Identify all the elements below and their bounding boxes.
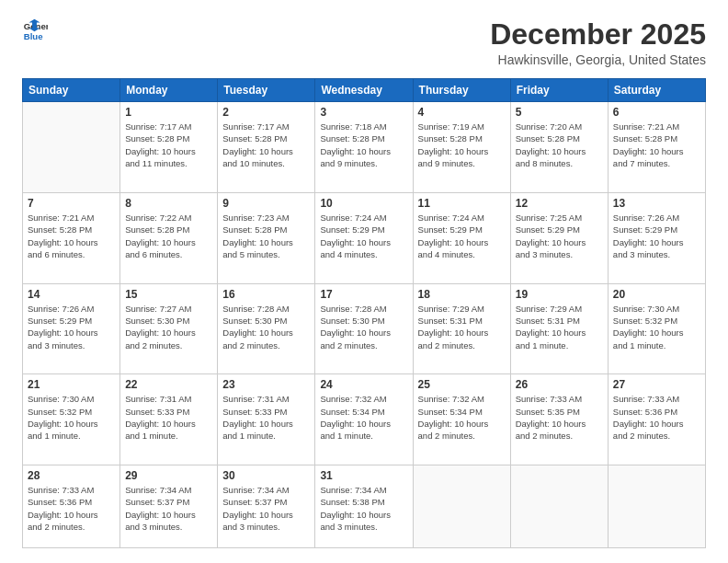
day-number: 25 [418,378,506,391]
day-number: 26 [516,378,603,391]
day-info: Sunrise: 7:22 AM Sunset: 5:28 PM Dayligh… [125,212,212,260]
svg-text:Blue: Blue [24,31,43,41]
day-number: 20 [613,288,700,301]
table-row: 10Sunrise: 7:24 AM Sunset: 5:29 PM Dayli… [315,192,413,283]
table-row: 8Sunrise: 7:22 AM Sunset: 5:28 PM Daylig… [120,192,218,283]
day-info: Sunrise: 7:24 AM Sunset: 5:29 PM Dayligh… [320,212,407,260]
table-row: 2Sunrise: 7:17 AM Sunset: 5:28 PM Daylig… [218,102,315,193]
table-row: 1Sunrise: 7:17 AM Sunset: 5:28 PM Daylig… [120,102,218,193]
day-info: Sunrise: 7:31 AM Sunset: 5:33 PM Dayligh… [222,393,310,442]
day-info: Sunrise: 7:21 AM Sunset: 5:28 PM Dayligh… [613,121,700,169]
calendar-header-row: Sunday Monday Tuesday Wednesday Thursday… [23,79,706,102]
table-row: 23Sunrise: 7:31 AM Sunset: 5:33 PM Dayli… [218,374,315,465]
day-info: Sunrise: 7:25 AM Sunset: 5:29 PM Dayligh… [516,212,603,260]
header: General Blue December 2025 Hawkinsville,… [22,18,706,67]
day-number: 11 [418,197,506,210]
day-info: Sunrise: 7:24 AM Sunset: 5:29 PM Dayligh… [418,212,506,260]
col-tuesday: Tuesday [218,79,315,102]
table-row: 21Sunrise: 7:30 AM Sunset: 5:32 PM Dayli… [23,374,120,465]
col-thursday: Thursday [413,79,510,102]
day-info: Sunrise: 7:18 AM Sunset: 5:28 PM Dayligh… [320,121,407,169]
table-row: 26Sunrise: 7:33 AM Sunset: 5:35 PM Dayli… [510,374,608,465]
title-section: December 2025 Hawkinsville, Georgia, Uni… [490,18,706,67]
day-number: 23 [222,378,310,391]
table-row [608,465,705,548]
day-number: 6 [613,106,700,119]
day-info: Sunrise: 7:26 AM Sunset: 5:29 PM Dayligh… [28,303,115,351]
day-number: 15 [125,288,212,301]
logo-icon: General Blue [22,18,48,44]
table-row: 3Sunrise: 7:18 AM Sunset: 5:28 PM Daylig… [315,102,413,193]
table-row: 22Sunrise: 7:31 AM Sunset: 5:33 PM Dayli… [120,374,218,465]
day-number: 24 [320,378,407,391]
day-number: 1 [125,106,212,119]
page: General Blue December 2025 Hawkinsville,… [0,0,728,563]
table-row: 17Sunrise: 7:28 AM Sunset: 5:30 PM Dayli… [315,283,413,374]
table-row: 16Sunrise: 7:28 AM Sunset: 5:30 PM Dayli… [218,283,315,374]
day-number: 16 [222,288,310,301]
day-number: 19 [516,288,603,301]
day-info: Sunrise: 7:34 AM Sunset: 5:37 PM Dayligh… [125,484,212,533]
table-row: 29Sunrise: 7:34 AM Sunset: 5:37 PM Dayli… [120,465,218,548]
day-number: 27 [613,378,700,391]
day-info: Sunrise: 7:30 AM Sunset: 5:32 PM Dayligh… [613,303,700,351]
table-row: 27Sunrise: 7:33 AM Sunset: 5:36 PM Dayli… [608,374,705,465]
day-info: Sunrise: 7:21 AM Sunset: 5:28 PM Dayligh… [28,212,115,260]
day-info: Sunrise: 7:29 AM Sunset: 5:31 PM Dayligh… [418,303,506,351]
day-info: Sunrise: 7:32 AM Sunset: 5:34 PM Dayligh… [320,393,407,442]
day-number: 10 [320,197,407,210]
table-row: 19Sunrise: 7:29 AM Sunset: 5:31 PM Dayli… [510,283,608,374]
location-title: Hawkinsville, Georgia, United States [490,52,706,67]
day-info: Sunrise: 7:29 AM Sunset: 5:31 PM Dayligh… [516,303,603,351]
day-info: Sunrise: 7:33 AM Sunset: 5:35 PM Dayligh… [516,393,603,442]
day-number: 7 [28,197,115,210]
table-row [23,102,120,193]
day-number: 31 [320,469,407,482]
day-number: 17 [320,288,407,301]
table-row: 30Sunrise: 7:34 AM Sunset: 5:37 PM Dayli… [218,465,315,548]
day-number: 8 [125,197,212,210]
table-row: 20Sunrise: 7:30 AM Sunset: 5:32 PM Dayli… [608,283,705,374]
day-info: Sunrise: 7:27 AM Sunset: 5:30 PM Dayligh… [125,303,212,351]
logo: General Blue [22,18,48,44]
table-row: 12Sunrise: 7:25 AM Sunset: 5:29 PM Dayli… [510,192,608,283]
day-info: Sunrise: 7:28 AM Sunset: 5:30 PM Dayligh… [320,303,407,351]
day-info: Sunrise: 7:19 AM Sunset: 5:28 PM Dayligh… [418,121,506,169]
day-info: Sunrise: 7:33 AM Sunset: 5:36 PM Dayligh… [28,484,115,533]
table-row [413,465,510,548]
day-number: 5 [516,106,603,119]
day-number: 9 [222,197,310,210]
day-number: 4 [418,106,506,119]
table-row: 13Sunrise: 7:26 AM Sunset: 5:29 PM Dayli… [608,192,705,283]
day-info: Sunrise: 7:17 AM Sunset: 5:28 PM Dayligh… [125,121,212,169]
day-info: Sunrise: 7:23 AM Sunset: 5:28 PM Dayligh… [222,212,310,260]
day-info: Sunrise: 7:33 AM Sunset: 5:36 PM Dayligh… [613,393,700,442]
table-row: 25Sunrise: 7:32 AM Sunset: 5:34 PM Dayli… [413,374,510,465]
table-row: 14Sunrise: 7:26 AM Sunset: 5:29 PM Dayli… [23,283,120,374]
table-row: 4Sunrise: 7:19 AM Sunset: 5:28 PM Daylig… [413,102,510,193]
day-number: 22 [125,378,212,391]
table-row: 11Sunrise: 7:24 AM Sunset: 5:29 PM Dayli… [413,192,510,283]
calendar: Sunday Monday Tuesday Wednesday Thursday… [22,78,706,548]
table-row: 24Sunrise: 7:32 AM Sunset: 5:34 PM Dayli… [315,374,413,465]
table-row: 5Sunrise: 7:20 AM Sunset: 5:28 PM Daylig… [510,102,608,193]
day-info: Sunrise: 7:34 AM Sunset: 5:37 PM Dayligh… [222,484,310,533]
col-monday: Monday [120,79,218,102]
col-saturday: Saturday [608,79,705,102]
day-number: 30 [222,469,310,482]
day-number: 12 [516,197,603,210]
table-row: 6Sunrise: 7:21 AM Sunset: 5:28 PM Daylig… [608,102,705,193]
day-info: Sunrise: 7:31 AM Sunset: 5:33 PM Dayligh… [125,393,212,442]
col-wednesday: Wednesday [315,79,413,102]
day-info: Sunrise: 7:30 AM Sunset: 5:32 PM Dayligh… [28,393,115,442]
table-row: 28Sunrise: 7:33 AM Sunset: 5:36 PM Dayli… [23,465,120,548]
table-row: 9Sunrise: 7:23 AM Sunset: 5:28 PM Daylig… [218,192,315,283]
day-number: 13 [613,197,700,210]
day-info: Sunrise: 7:20 AM Sunset: 5:28 PM Dayligh… [516,121,603,169]
day-info: Sunrise: 7:26 AM Sunset: 5:29 PM Dayligh… [613,212,700,260]
day-number: 14 [28,288,115,301]
day-info: Sunrise: 7:34 AM Sunset: 5:38 PM Dayligh… [320,484,407,533]
table-row: 15Sunrise: 7:27 AM Sunset: 5:30 PM Dayli… [120,283,218,374]
month-title: December 2025 [490,18,706,51]
day-number: 28 [28,469,115,482]
